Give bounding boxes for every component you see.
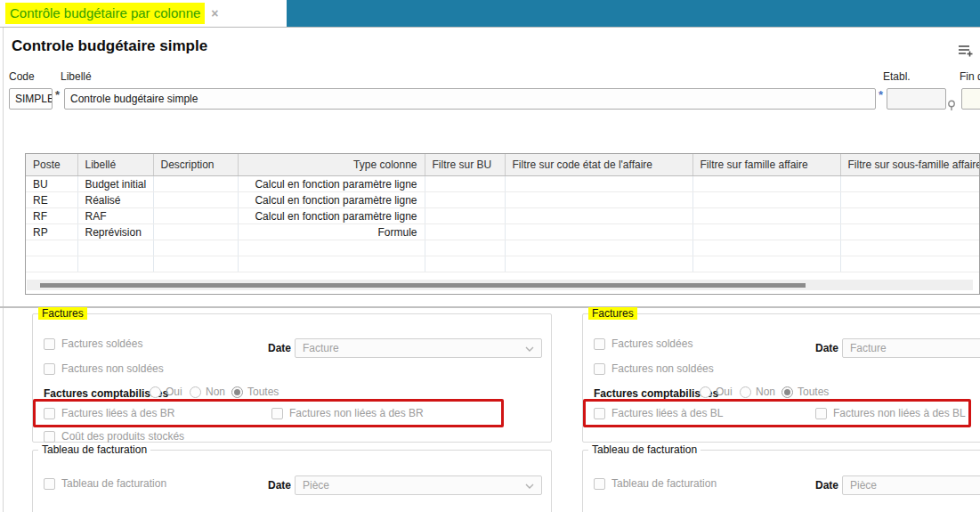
cell-description[interactable] <box>153 192 238 208</box>
cell-filtre-famille[interactable] <box>692 208 840 224</box>
cell-filtre-code-etat[interactable] <box>505 208 692 224</box>
cell-filtre-famille[interactable] <box>692 192 840 208</box>
col-header-type-colonne[interactable]: Type colonne <box>238 154 425 176</box>
table-row-empty[interactable] <box>26 256 980 272</box>
radio-oui[interactable]: Oui <box>700 386 733 398</box>
code-input[interactable]: SIMPLE <box>9 88 53 110</box>
cell-type[interactable]: Calcul en fonction paramètre ligne <box>238 208 425 224</box>
cell-description[interactable] <box>153 208 238 224</box>
tableau-facturation-checkbox[interactable]: Tableau de facturation <box>44 477 166 490</box>
cell-libelle[interactable]: Réalisé <box>77 192 153 208</box>
radio-circle[interactable] <box>700 386 711 398</box>
radio-oui[interactable]: Oui <box>150 386 182 398</box>
cell-filtre-bu[interactable] <box>425 176 505 192</box>
horizontal-scrollbar[interactable] <box>27 280 973 290</box>
factures-soldees-checkbox[interactable]: Factures soldées <box>594 337 692 350</box>
cell-filtre-sous-famille[interactable] <box>840 192 980 208</box>
cell-filtre-code-etat[interactable] <box>505 176 692 192</box>
cell-poste[interactable]: RE <box>26 192 77 208</box>
col-header-libelle[interactable]: Libellé <box>77 154 153 176</box>
checkbox-box[interactable] <box>271 408 283 419</box>
checkbox-box[interactable] <box>44 338 55 350</box>
cell-filtre-bu[interactable] <box>425 224 505 240</box>
factures-non-liees-bl-checkbox[interactable]: Factures non liées à des BL <box>815 407 966 419</box>
cell-filtre-code-etat[interactable] <box>505 224 692 240</box>
factures-non-liees-br-checkbox[interactable]: Factures non liées à des BR <box>271 407 424 419</box>
table-row-empty[interactable] <box>26 240 980 256</box>
checkbox-box[interactable] <box>44 431 55 443</box>
checkbox-label: Factures non liées à des BL <box>833 407 966 419</box>
table-row[interactable]: RE Réalisé Calcul en fonction paramètre … <box>26 192 980 208</box>
tableau-facturation-panel-right: Tableau de facturation Tableau de factur… <box>582 450 980 512</box>
lookup-icon[interactable] <box>947 99 956 110</box>
cell-filtre-sous-famille[interactable] <box>840 224 980 240</box>
cell-description[interactable] <box>153 176 238 192</box>
checkbox-box[interactable] <box>815 408 827 419</box>
checkbox-box[interactable] <box>594 408 605 419</box>
col-header-filtre-bu[interactable]: Filtre sur BU <box>425 154 505 176</box>
radio-circle[interactable] <box>782 386 793 398</box>
col-header-description[interactable]: Description <box>153 154 238 176</box>
checkbox-box[interactable] <box>44 478 55 490</box>
cell-poste[interactable]: BU <box>26 176 77 192</box>
page-title: Controle budgétaire simple <box>12 37 207 55</box>
cell-filtre-famille[interactable] <box>692 176 840 192</box>
panel-left-edge <box>3 28 4 512</box>
cout-produits-stockes-checkbox[interactable]: Coût des produits stockés <box>44 430 184 443</box>
cell-libelle[interactable]: RAF <box>77 208 153 224</box>
checkbox-box[interactable] <box>594 478 605 490</box>
col-header-filtre-code-etat[interactable]: Filtre sur code état de l'affaire <box>505 154 692 176</box>
radio-toutes[interactable]: Toutes <box>231 386 279 398</box>
cell-libelle[interactable]: Budget initial <box>77 176 153 192</box>
col-header-poste[interactable]: Poste <box>26 154 77 176</box>
close-icon[interactable]: × <box>211 6 218 20</box>
cell-libelle[interactable]: Reprévision <box>77 224 153 240</box>
factures-soldees-checkbox[interactable]: Factures soldées <box>44 337 142 350</box>
checkbox-label: Factures liées à des BR <box>61 407 174 419</box>
cell-filtre-sous-famille[interactable] <box>840 176 980 192</box>
cell-filtre-bu[interactable] <box>425 192 505 208</box>
factures-liees-bl-checkbox[interactable]: Factures liées à des BL <box>594 407 723 419</box>
radio-toutes[interactable]: Toutes <box>782 386 829 398</box>
radio-circle[interactable] <box>190 386 201 398</box>
cell-type[interactable]: Calcul en fonction paramètre ligne <box>238 192 425 208</box>
cell-poste[interactable]: RP <box>26 224 77 240</box>
tableau-facturation-legend: Tableau de facturation <box>38 443 150 456</box>
fin-input[interactable] <box>961 88 980 110</box>
table-row[interactable]: RF RAF Calcul en fonction paramètre lign… <box>26 208 980 224</box>
date-piece-dropdown[interactable]: Pièce <box>295 475 542 495</box>
scrollbar-thumb[interactable] <box>40 283 806 288</box>
date-facture-dropdown[interactable]: Facture <box>295 338 542 358</box>
factures-non-soldees-checkbox[interactable]: Factures non soldées <box>44 362 164 375</box>
cell-filtre-famille[interactable] <box>692 224 840 240</box>
table-row[interactable]: RP Reprévision Formule <box>26 224 980 240</box>
radio-non[interactable]: Non <box>740 386 775 398</box>
radio-circle[interactable] <box>150 386 161 398</box>
checkbox-box[interactable] <box>594 338 605 350</box>
radio-non[interactable]: Non <box>190 386 225 398</box>
cell-type[interactable]: Calcul en fonction paramètre ligne <box>238 176 425 192</box>
etabl-input[interactable] <box>887 88 946 110</box>
libelle-input[interactable]: Controle budgétaire simple <box>64 88 876 110</box>
add-line-icon[interactable] <box>958 44 974 58</box>
table-row[interactable]: BU Budget initial Calcul en fonction par… <box>26 176 980 192</box>
radio-circle[interactable] <box>740 386 751 398</box>
cell-filtre-sous-famille[interactable] <box>840 208 980 224</box>
date-facture-dropdown[interactable]: Facture <box>842 338 980 358</box>
tab-controle-budgetaire[interactable]: Contrôle budgétaire par colonne × <box>0 0 219 27</box>
factures-liees-br-checkbox[interactable]: Factures liées à des BR <box>44 407 174 419</box>
date-piece-dropdown[interactable]: Pièce <box>842 475 980 495</box>
radio-circle[interactable] <box>231 386 243 398</box>
factures-non-soldees-checkbox[interactable]: Factures non soldées <box>594 362 714 375</box>
col-header-filtre-sous-famille[interactable]: Filtre sur sous-famille affaire <box>840 154 980 176</box>
cell-filtre-code-etat[interactable] <box>505 192 692 208</box>
checkbox-box[interactable] <box>44 363 55 375</box>
tableau-facturation-checkbox[interactable]: Tableau de facturation <box>594 477 717 490</box>
cell-description[interactable] <box>153 224 238 240</box>
cell-type[interactable]: Formule <box>238 224 425 240</box>
checkbox-box[interactable] <box>44 408 55 419</box>
col-header-filtre-famille[interactable]: Filtre sur famille affaire <box>692 154 840 176</box>
cell-filtre-bu[interactable] <box>425 208 505 224</box>
cell-poste[interactable]: RF <box>26 208 77 224</box>
checkbox-box[interactable] <box>594 363 605 375</box>
